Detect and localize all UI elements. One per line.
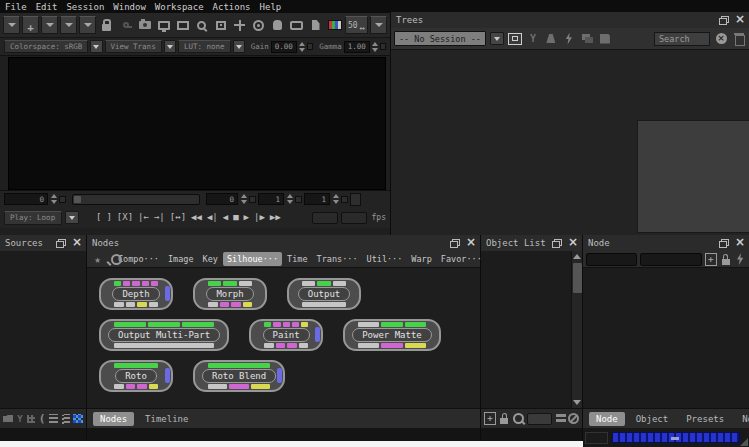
layout-dropdown-button[interactable] [3,16,20,34]
tab-presets[interactable]: Presets [679,412,731,426]
play-range-button[interactable]: [↔] [170,213,186,222]
tab-trans[interactable]: Trans··· [313,252,362,266]
lock-icon[interactable] [98,16,115,34]
import-source-icon[interactable] [3,412,13,426]
node-output[interactable]: Output [287,278,361,310]
view-transform-dropdown-icon[interactable] [164,40,176,53]
current-frame-stepper[interactable] [50,193,57,205]
render-icon[interactable] [544,31,558,46]
menu-item-edit[interactable]: Edit [36,2,58,12]
gamma-reset-button[interactable] [380,43,386,50]
gain-field[interactable]: 0.00 [271,41,297,53]
node-output-multi-part[interactable]: Output Multi-Part [99,319,229,351]
sources-list[interactable] [0,251,86,408]
lock-node-icon[interactable] [721,253,731,266]
media-icon[interactable] [580,31,594,46]
stop-button[interactable]: ■ [233,213,238,222]
color-channels-icon[interactable] [326,16,343,34]
viewer-canvas[interactable] [8,57,386,190]
search-input[interactable] [654,32,710,46]
session-select[interactable]: -- No Session -- [394,31,486,46]
tab-warp[interactable]: Warp [407,252,435,266]
filter-search-icon[interactable] [512,412,523,425]
key-icon[interactable] [117,16,134,34]
close-panel-icon[interactable] [734,15,744,25]
range-end-field[interactable]: 1 [258,193,284,205]
fps-field-2[interactable] [341,212,367,224]
lut-dropdown-icon[interactable] [233,40,245,53]
active-view-toggle-icon[interactable] [508,31,522,46]
step-field[interactable]: 1 [304,193,330,205]
frame-lock-button[interactable] [350,193,361,206]
tab-timeline[interactable]: Timeline [138,412,195,426]
scroll-down-icon[interactable] [572,397,583,408]
clear-search-icon[interactable] [714,31,728,46]
view-transform-button[interactable]: View Trans [105,40,162,53]
source-branch-icon[interactable] [16,412,24,426]
colorspace-dropdown-icon[interactable] [90,40,102,53]
close-panel-icon[interactable] [567,238,577,248]
close-panel-icon[interactable] [465,238,475,248]
node-roto[interactable]: Roto [99,360,173,392]
tab-key[interactable]: Key [199,252,222,266]
object-list-body[interactable] [481,251,582,408]
note-icon[interactable] [307,16,324,34]
scrollbar-thumb[interactable] [573,263,582,293]
branch-icon[interactable] [526,31,540,46]
channel-dropdown-button[interactable] [60,16,77,34]
tab-favor[interactable]: Favor··· [437,252,486,266]
node-power-matte[interactable]: Power Matte [343,319,441,351]
viewer-dropdown-button[interactable] [370,16,387,34]
detail-view-icon[interactable] [61,412,70,426]
current-frame-field[interactable]: 0 [4,193,48,205]
target-icon[interactable] [250,16,267,34]
gamma-stepper[interactable] [372,41,378,53]
monitor-icon[interactable] [155,16,172,34]
add-object-icon[interactable] [484,412,496,426]
list-view-icon[interactable] [49,412,58,426]
tab-nodes[interactable]: Nodes [93,412,134,426]
menu-item-workspace[interactable]: Workspace [155,2,204,12]
mark-out-button[interactable]: ] [106,213,111,222]
hand-icon[interactable] [269,16,286,34]
tab-image[interactable]: Image [164,252,198,266]
menu-item-help[interactable]: Help [260,2,282,12]
node-properties-body[interactable] [583,268,749,408]
tab-object[interactable]: Object [629,412,676,426]
layers-icon[interactable] [555,412,565,425]
node-preset-field[interactable] [640,253,702,266]
range-end-stepper[interactable] [286,193,293,205]
play-button[interactable]: ▶ [244,213,249,222]
tab-node[interactable]: Node [589,412,625,426]
float-panel-icon[interactable] [719,239,729,248]
fast-forward-button[interactable]: ▶▶ [270,213,281,222]
frame-icon[interactable] [288,16,305,34]
view-mode-dropdown-button[interactable] [41,16,58,34]
compare-dropdown-button[interactable] [79,16,96,34]
favorites-star-icon[interactable] [89,250,106,268]
menu-item-session[interactable]: Session [66,2,104,12]
float-panel-icon[interactable] [56,239,66,248]
range-start-field[interactable]: 0 [206,193,238,205]
zoom-level-field[interactable]: 50 [345,16,368,34]
process-node-icon[interactable] [734,252,746,266]
object-filter-field[interactable] [527,413,552,425]
lock-object-icon[interactable] [499,412,509,425]
resize-grip[interactable] [740,438,748,446]
mark-in-button[interactable]: [ [96,213,101,222]
gain-reset-button[interactable] [307,43,313,50]
menu-item-window[interactable]: Window [113,2,146,12]
tab-notes[interactable]: Notes [735,412,749,426]
node-name-field[interactable] [586,253,637,266]
node-roto-blend[interactable]: Roto Blend [193,360,285,392]
lut-button[interactable]: LUT: none [178,40,231,53]
tab-time[interactable]: Time [283,252,311,266]
scroll-up-icon[interactable] [572,251,583,262]
pan-zoom-icon[interactable] [231,16,248,34]
play-mode-select[interactable]: Play: Loop [4,211,62,225]
disable-icon[interactable] [568,413,579,424]
object-list-scrollbar[interactable] [571,251,582,408]
range-end-keyframe-button[interactable] [295,196,302,203]
region-icon[interactable] [174,16,191,34]
clear-marks-button[interactable]: [X] [117,213,133,222]
